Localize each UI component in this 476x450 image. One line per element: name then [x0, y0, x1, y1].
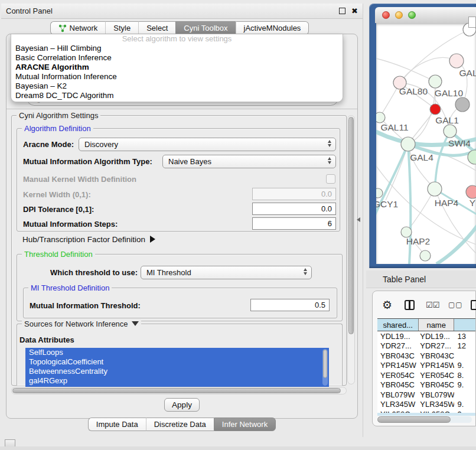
mi-threshold-definition-group: MI Threshold Definition Mutual Informati…: [23, 288, 337, 318]
attribute-item[interactable]: SelfLoops: [25, 348, 329, 357]
table-cell: YPR145W: [377, 361, 419, 370]
tab-label: Infer Network: [222, 420, 268, 429]
close-icon[interactable]: ✖: [351, 7, 358, 15]
group-title: MI Threshold Definition: [28, 283, 112, 292]
table-row[interactable]: YPR145WYPR145W9.: [377, 361, 475, 371]
node-label: Y: [470, 198, 475, 208]
table-cell: YBR043C: [419, 351, 454, 360]
node-label: GCY1: [376, 199, 398, 209]
checked-boxes-icon[interactable]: ☑☑: [426, 301, 439, 309]
node-gal10[interactable]: [429, 75, 442, 88]
table-cell: YLR345W: [419, 400, 454, 409]
tab-label: Cyni Toolbox: [184, 24, 227, 32]
mi-steps-label: Mutual Information Steps:: [23, 220, 118, 229]
grid-icon[interactable]: [471, 300, 476, 310]
canvas-corner-widget[interactable]: [468, 17, 476, 28]
algorithm-option[interactable]: Mutual Information Inference: [11, 72, 343, 81]
manual-kernel-checkbox[interactable]: [326, 174, 335, 184]
dpi-tolerance-value: 0.0: [321, 204, 332, 213]
column-header[interactable]: shared...: [377, 319, 419, 331]
algorithm-option[interactable]: Bayesian – K2: [11, 81, 343, 91]
table-row[interactable]: YDR27...YDR27...12: [377, 341, 475, 351]
table-row[interactable]: YLR345WYLR345W9.: [377, 400, 475, 410]
node-left-small[interactable]: [376, 188, 383, 198]
aracne-mode-combo[interactable]: Discovery: [79, 138, 336, 151]
aracne-mode-value: Discovery: [84, 140, 118, 149]
close-traffic-light[interactable]: [382, 11, 390, 19]
list-scrollbar[interactable]: [322, 349, 328, 386]
attribute-item[interactable]: TopologicalCoefficient: [25, 357, 329, 367]
which-threshold-combo[interactable]: MI Threshold: [141, 266, 312, 279]
data-attributes-list[interactable]: SelfLoopsTopologicalCoefficientBetweenne…: [25, 348, 329, 389]
tab-cyni-toolbox[interactable]: Cyni Toolbox: [175, 21, 235, 35]
table-cell: YLR345W: [377, 400, 419, 409]
table-cell: 8.: [454, 371, 475, 380]
column-header[interactable]: name: [419, 319, 454, 331]
node-selected-red[interactable]: [430, 104, 441, 115]
tab-impute-data[interactable]: Impute Data: [88, 418, 146, 431]
node-bottom[interactable]: [420, 250, 431, 261]
tab-label: Discretize Data: [154, 420, 206, 429]
node-hap4[interactable]: [428, 182, 442, 196]
table-row[interactable]: YDL19...YDL19...13: [377, 331, 475, 341]
column-header[interactable]: [454, 319, 475, 331]
tab-style[interactable]: Style: [105, 21, 138, 35]
node-label: HAP2: [406, 236, 431, 246]
table-cell: YPR145W: [419, 361, 454, 370]
mi-type-combo[interactable]: Naive Bayes: [162, 155, 336, 168]
node-gray[interactable]: [455, 97, 470, 112]
node-gal4[interactable]: [401, 137, 415, 151]
group-title: Algorithm Definition: [22, 124, 93, 133]
tab-infer-network[interactable]: Infer Network: [214, 418, 276, 431]
zoom-traffic-light[interactable]: [408, 11, 416, 19]
table-toolbar: ⚙ ☑☑ ▢▢: [373, 296, 475, 314]
table-row[interactable]: YBR045CYBR045C9.: [377, 380, 475, 390]
data-attributes-label: Data Attributes: [19, 335, 74, 344]
algorithm-option[interactable]: Dream8 DC_TDC Algorithm: [11, 91, 343, 100]
table-horizontal-scrollbar[interactable]: [377, 416, 472, 423]
node-gal11[interactable]: [376, 112, 385, 123]
table-cell: YBL079W: [419, 390, 454, 399]
table-row[interactable]: YBR043CYBR043C: [377, 351, 475, 361]
kernel-width-input[interactable]: 0.0: [252, 188, 336, 200]
which-threshold-value: MI Threshold: [146, 268, 191, 277]
bottom-tab-bar: Impute Data Discretize Data Infer Networ…: [1, 418, 363, 431]
node-gal1[interactable]: [444, 125, 457, 138]
float-window-icon[interactable]: [339, 8, 345, 14]
tab-jactivemnodules[interactable]: jActiveMNodules: [236, 21, 309, 35]
tab-discretize-data[interactable]: Discretize Data: [146, 418, 214, 431]
mi-threshold-value: 0.5: [315, 301, 325, 309]
table-row[interactable]: YBL079WYBL079W: [377, 390, 475, 400]
node-label: GAL80: [399, 86, 428, 96]
hub-definition-toggle[interactable]: Hub/Transcription Factor Definition: [22, 235, 155, 244]
top-tab-bar: Network Style Select Cyni Toolbox jActiv…: [1, 21, 358, 35]
settings-vertical-scrollbar[interactable]: [347, 115, 355, 384]
mi-steps-input[interactable]: 6: [252, 217, 336, 230]
mi-threshold-input[interactable]: 0.5: [250, 299, 330, 311]
table-row[interactable]: YER054CYER054C8.: [377, 370, 475, 380]
algorithm-option[interactable]: ARACNE Algorithm: [11, 63, 343, 72]
unchecked-boxes-icon[interactable]: ▢▢: [448, 301, 463, 309]
node-gal-partial[interactable]: [449, 54, 464, 68]
control-panel-titlebar: Control Panel ✖: [1, 4, 363, 19]
node-salmon[interactable]: [466, 185, 476, 198]
attribute-item[interactable]: gal4RGexp: [25, 376, 329, 386]
panel-title: Control Panel: [6, 6, 53, 15]
dpi-tolerance-input[interactable]: 0.0: [252, 203, 336, 215]
minimize-traffic-light[interactable]: [395, 11, 403, 19]
sources-group-title[interactable]: Sources for Network Inference: [22, 319, 141, 328]
panel-resize-arrow[interactable]: [357, 217, 360, 222]
tab-network[interactable]: Network: [50, 21, 106, 35]
cyni-algorithm-settings-group: Cyni Algorithm Settings Algorithm Defini…: [11, 115, 347, 386]
columns-icon[interactable]: [405, 300, 415, 310]
apply-button[interactable]: Apply: [164, 398, 200, 412]
algorithm-option[interactable]: Bayesian – Hill Climbing: [11, 44, 343, 53]
algorithm-option[interactable]: Basic Correlation Inference: [11, 53, 343, 63]
tab-select[interactable]: Select: [138, 21, 175, 35]
mi-type-value: Naive Bayes: [168, 157, 211, 166]
attribute-item[interactable]: BetweennessCentrality: [25, 367, 329, 376]
network-window-titlebar: [375, 7, 476, 23]
settings-horizontal-scrollbar[interactable]: [11, 387, 347, 394]
gear-icon[interactable]: ⚙: [382, 298, 392, 312]
network-canvas[interactable]: GAL GAL80 GAL10 GAL1 GAL11 SWI4 GAL4 GCY…: [376, 23, 476, 264]
